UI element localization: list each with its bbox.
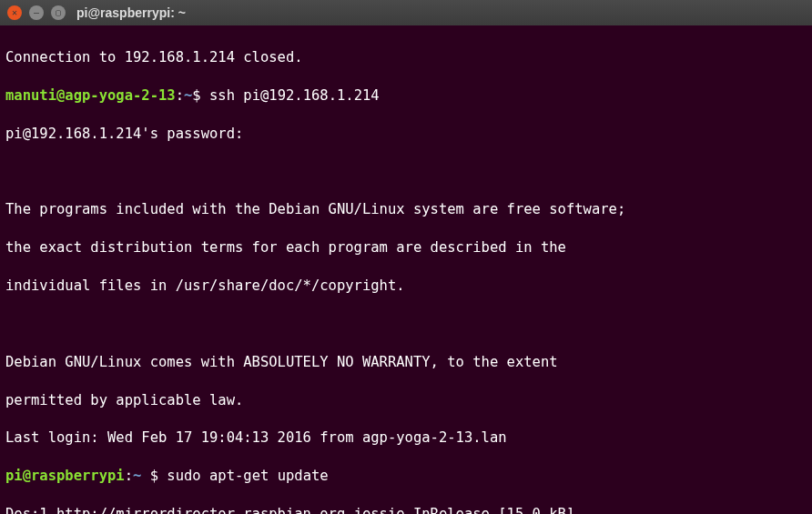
window-titlebar: ✕ – ▢ pi@raspberrypi: ~ [0, 0, 812, 25]
terminal-line: Des:1 http://mirrordirector.raspbian.org… [5, 505, 807, 514]
terminal-line [5, 315, 807, 334]
minimize-icon[interactable]: – [29, 5, 44, 20]
terminal-line: the exact distribution terms for each pr… [5, 238, 807, 257]
terminal-output[interactable]: Connection to 192.168.1.214 closed. manu… [0, 25, 812, 514]
prompt-path: ~ [184, 87, 192, 104]
close-icon[interactable]: ✕ [7, 5, 22, 20]
prompt-user: pi@raspberrypi [5, 468, 125, 484]
prompt-user: manuti@agp-yoga-2-13 [5, 87, 176, 104]
prompt-path: ~ [133, 468, 150, 484]
terminal-line: Connection to 192.168.1.214 closed. [5, 48, 807, 67]
terminal-line: permitted by applicable law. [5, 391, 807, 410]
terminal-line: pi@192.168.1.214's password: [5, 125, 807, 144]
terminal-line: manuti@agp-yoga-2-13:~$ ssh pi@192.168.1… [5, 86, 807, 106]
prompt-dollar: $ [150, 468, 167, 484]
maximize-icon[interactable]: ▢ [51, 5, 66, 20]
command-text: ssh pi@192.168.1.214 [209, 87, 380, 104]
terminal-line: Last login: Wed Feb 17 19:04:13 2016 fro… [5, 428, 807, 448]
terminal-line: The programs included with the Debian GN… [5, 200, 807, 219]
prompt-dollar: $ [192, 87, 209, 104]
command-text: sudo apt-get update [167, 468, 328, 484]
prompt-sep: : [176, 87, 184, 104]
prompt-sep: : [125, 468, 133, 484]
terminal-line: individual files in /usr/share/doc/*/cop… [5, 277, 807, 296]
terminal-line [5, 162, 807, 181]
terminal-line: Debian GNU/Linux comes with ABSOLUTELY N… [5, 353, 807, 372]
terminal-line: pi@raspberrypi:~ $ sudo apt-get update [5, 467, 807, 486]
window-title: pi@raspberrypi: ~ [76, 5, 186, 22]
